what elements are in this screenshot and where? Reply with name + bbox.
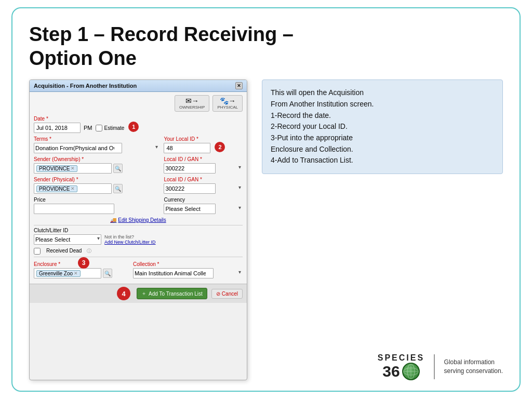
- add-to-transaction-button[interactable]: ＋ Add To Transaction List: [137, 288, 207, 299]
- received-dead-checkbox[interactable]: [34, 248, 41, 255]
- page-title: Step 1 – Record Receiving – Option One: [29, 23, 503, 70]
- estimate-label: Estimate: [104, 125, 125, 131]
- species-logo: SPECIES 36: [378, 353, 424, 380]
- collection-select[interactable]: Main Institution Animal Collection: [133, 268, 214, 278]
- date-label: Date *: [34, 116, 243, 122]
- sender-ownership-row: Sender (Ownership) * PROVIDNCE ✕ 🔍: [34, 156, 243, 174]
- local-gan-select-1[interactable]: 300222: [164, 163, 216, 174]
- terms-localid-row: Terms * Donation From(Physical and Owne …: [34, 136, 243, 153]
- local-id-label: Your Local ID *: [164, 136, 243, 142]
- enclosure-remove[interactable]: ✕: [74, 271, 78, 276]
- collection-label: Collection *: [133, 261, 243, 267]
- sender-physical-tag: PROVIDNCE ✕: [36, 185, 77, 192]
- content-row: Acquisition - From Another Institution ✕…: [29, 79, 503, 380]
- price-label: Price: [34, 197, 159, 203]
- currency-select[interactable]: Please Select: [164, 204, 216, 214]
- clutch-select[interactable]: Please Select: [34, 234, 101, 245]
- cancel-button[interactable]: ⊘ Cancel: [211, 289, 243, 299]
- currency-label: Currency: [164, 197, 243, 203]
- date-row: Date * PM Estimate 1: [34, 116, 243, 133]
- dialog-body: ✉→ OWNERSHIP 🐾→ PHYSICAL Date * PM: [30, 92, 247, 284]
- tagline: Global information serving conservation.: [444, 358, 503, 376]
- received-dead-label: Received Dead: [46, 248, 82, 254]
- enclosure-tag: Greenville Zoo ✕: [36, 270, 81, 277]
- globe-icon: [402, 363, 420, 380]
- species-number: 36: [382, 363, 419, 380]
- info-box: This will open the Acquisition From Anot…: [262, 79, 503, 174]
- received-dead-row: Received Dead ⓘ: [34, 248, 243, 255]
- edit-shipping-link[interactable]: 🚚 Edit Shipping Details: [110, 217, 166, 223]
- date-input[interactable]: [34, 123, 81, 133]
- clutch-row: Clutch/Litter ID Please Select Not in th…: [34, 228, 243, 245]
- badge-1: 1: [128, 122, 139, 132]
- shipping-icon: 🚚: [110, 217, 116, 223]
- sender-ownership-remove[interactable]: ✕: [71, 166, 75, 171]
- species-text: SPECIES 36: [378, 353, 424, 380]
- dialog-screenshot: Acquisition - From Another Institution ✕…: [29, 79, 247, 380]
- enclosure-collection-row: 3 Enclosure * Greenville Zoo ✕ 🔍: [34, 261, 243, 278]
- terms-select[interactable]: Donation From(Physical and Owne: [34, 143, 122, 153]
- date-input-row: PM Estimate 1: [34, 123, 243, 133]
- dialog-titlebar: Acquisition - From Another Institution ✕: [30, 80, 247, 92]
- sender-physical-remove[interactable]: ✕: [71, 186, 75, 191]
- received-dead-help: ⓘ: [87, 248, 91, 255]
- species-word: SPECIES: [378, 353, 424, 363]
- species-footer: SPECIES 36: [262, 353, 503, 380]
- badge-4: 4: [117, 287, 130, 300]
- add-icon: ＋: [141, 290, 147, 297]
- sender-physical-search[interactable]: 🔍: [113, 184, 123, 193]
- estimate-checkbox[interactable]: [96, 125, 102, 131]
- sender-physical-row: Sender (Physical) * PROVIDNCE ✕ 🔍: [34, 177, 243, 194]
- pm-label: PM: [84, 125, 92, 131]
- price-currency-row: Price Currency Please Select: [34, 197, 243, 214]
- cancel-icon: ⊘: [216, 291, 220, 297]
- shipping-row: 🚚 Edit Shipping Details: [34, 217, 243, 223]
- dialog-footer: 4 ＋ Add To Transaction List ⊘ Cancel: [30, 284, 247, 303]
- ownership-button[interactable]: ✉→ OWNERSHIP: [175, 95, 209, 112]
- local-gan-label-2: Local ID / GAN *: [164, 177, 243, 182]
- add-new-clutch-link[interactable]: Add New Clutch/Litter ID: [104, 240, 156, 245]
- physical-icon: 🐾→: [220, 97, 236, 104]
- local-gan-label-1: Local ID / GAN *: [164, 156, 243, 162]
- local-id-input[interactable]: [164, 143, 210, 153]
- sender-ownership-tag: PROVIDNCE ✕: [36, 165, 77, 172]
- price-input[interactable]: [34, 204, 114, 214]
- not-in-list-label: Not in the list?: [104, 234, 156, 240]
- sender-ownership-search[interactable]: 🔍: [113, 164, 123, 173]
- right-column: This will open the Acquisition From Anot…: [262, 79, 503, 380]
- sender-physical-label: Sender (Physical) *: [34, 177, 159, 182]
- sender-ownership-label: Sender (Ownership) *: [34, 156, 159, 162]
- clutch-label: Clutch/Litter ID: [34, 228, 243, 233]
- enclosure-search[interactable]: 🔍: [103, 269, 112, 278]
- physical-button[interactable]: 🐾→ PHYSICAL: [212, 95, 243, 112]
- logo-divider: [434, 354, 435, 379]
- ownership-icon: ✉→: [185, 97, 199, 104]
- dialog-toolbar: ✉→ OWNERSHIP 🐾→ PHYSICAL: [34, 95, 243, 112]
- terms-label: Terms *: [34, 136, 159, 142]
- outer-card: Step 1 – Record Receiving – Option One A…: [11, 7, 521, 392]
- badge-2: 2: [215, 142, 225, 152]
- dialog-close-button[interactable]: ✕: [235, 82, 243, 89]
- local-gan-select-2[interactable]: 300222: [164, 183, 216, 194]
- dialog-title: Acquisition - From Another Institution: [34, 83, 137, 89]
